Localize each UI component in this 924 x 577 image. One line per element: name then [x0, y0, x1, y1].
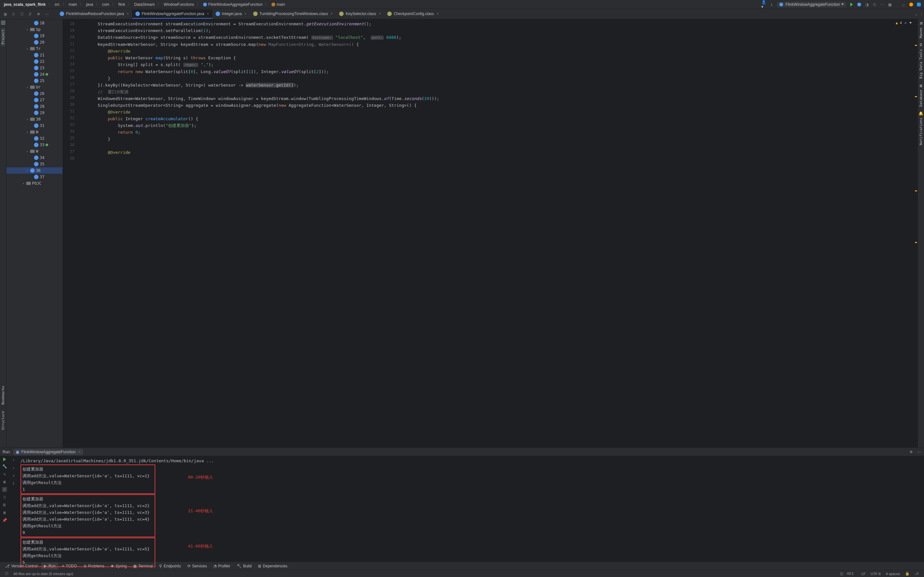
breadcrumb-src[interactable]: src: [53, 2, 61, 7]
tree-row[interactable]: 25: [6, 77, 63, 84]
code-area[interactable]: StreamExecutionEnvironment streamExecuti…: [78, 19, 918, 448]
tree-row[interactable]: 32: [6, 135, 63, 142]
console-output[interactable]: /Library/Java/JavaVirtualMachines/jdk1.8…: [18, 456, 924, 562]
project-tree[interactable]: 18▾Sp1920▾Tr2122232425▾Ur26272829▾3031▾W…: [6, 19, 63, 448]
tree-row[interactable]: 35: [6, 161, 63, 167]
tree-row[interactable]: 28: [6, 103, 63, 110]
debug-button[interactable]: [857, 2, 862, 7]
pin-icon[interactable]: 📌: [2, 518, 7, 523]
search-icon[interactable]: ⌕: [901, 2, 906, 7]
tree-row[interactable]: 23: [6, 65, 63, 71]
sidebar-notifications[interactable]: Notifications: [919, 116, 923, 147]
tree-row[interactable]: 29: [6, 110, 63, 116]
tree-row[interactable]: 21: [6, 52, 63, 58]
inspection-widget[interactable]: ▲ 4 ㅅ: [896, 21, 912, 25]
sidebar-bigdata[interactable]: Big Data Tools: [919, 47, 923, 81]
project-view-icon[interactable]: ▣: [3, 11, 8, 17]
run-settings-icon[interactable]: ✱: [909, 450, 914, 455]
run-button[interactable]: [849, 2, 854, 7]
bottom-tab-services[interactable]: ⟳Services: [185, 562, 210, 570]
wrap-icon[interactable]: ↲: [11, 473, 16, 478]
editor-tab[interactable]: FlinkWindowAggregateFunction.java×: [132, 10, 212, 19]
sidebar-project[interactable]: Project: [1, 27, 5, 46]
bottom-tab-build[interactable]: 🔨Build: [234, 562, 254, 570]
tree-row[interactable]: ▾36: [6, 167, 63, 174]
breadcrumb-windowfunctions[interactable]: WindowFunctions: [162, 2, 195, 7]
settings-icon[interactable]: ✱: [36, 11, 41, 17]
avatar-orange[interactable]: [909, 2, 914, 7]
wrench-icon[interactable]: 🔧: [2, 464, 7, 469]
breadcrumb-flink[interactable]: flink: [117, 2, 126, 7]
filter-icon[interactable]: ☷: [19, 11, 24, 17]
status-refresh-icon[interactable]: ☐: [3, 572, 11, 576]
breadcrumb-method[interactable]: main: [270, 2, 286, 7]
bottom-tab-dependencies[interactable]: ⊞Dependencies: [255, 562, 290, 570]
tree-row[interactable]: ▾Ur: [6, 84, 63, 90]
scroll-up-icon[interactable]: ↑: [11, 458, 16, 463]
select-opened-icon[interactable]: ⊙: [11, 11, 16, 17]
tree-row[interactable]: ▾Tr: [6, 45, 63, 52]
tree-row[interactable]: 24: [6, 71, 63, 77]
status-line-sep[interactable]: LF: [859, 572, 868, 576]
tree-row[interactable]: 18: [6, 20, 63, 26]
tree-row[interactable]: 22: [6, 58, 63, 65]
tree-row[interactable]: 19: [6, 33, 63, 39]
stop-button[interactable]: ◼: [887, 2, 893, 7]
close-icon[interactable]: ×: [244, 11, 247, 16]
tree-row[interactable]: ▾POJC: [6, 180, 63, 187]
filter-icon[interactable]: ⊟: [2, 487, 7, 492]
close-icon[interactable]: ×: [207, 11, 209, 16]
close-icon[interactable]: ×: [127, 11, 129, 16]
close-icon[interactable]: ×: [78, 450, 81, 454]
tree-row[interactable]: ▾W: [6, 148, 63, 155]
user-icon[interactable]: 👤▾: [761, 2, 766, 7]
sidebar-database[interactable]: Database: [919, 88, 923, 109]
trash-icon[interactable]: 🗑: [2, 502, 7, 508]
tabs-options[interactable]: ⋮: [919, 11, 924, 17]
close-icon[interactable]: ×: [437, 11, 439, 16]
layout-icon[interactable]: ▦: [2, 479, 7, 484]
attach-button[interactable]: ⋯: [880, 2, 885, 7]
bottom-tab-profiler[interactable]: ◔Profiler: [211, 562, 233, 570]
breadcrumb-java[interactable]: java: [85, 2, 94, 7]
database-icon[interactable]: ▤: [920, 83, 922, 88]
editor-tab[interactable]: FlinkWindowReduceFunction.java×: [57, 10, 132, 19]
sidebar-bookmarks[interactable]: Bookmarks: [1, 384, 5, 407]
lock-icon[interactable]: 🔒: [903, 572, 912, 576]
status-indent[interactable]: 4 spaces: [883, 572, 903, 576]
bigdata-icon[interactable]: D: [920, 43, 922, 47]
sidebar-structure[interactable]: Structure: [1, 409, 5, 432]
breadcrumb-class[interactable]: FlinkWindowAggregateFunction: [202, 2, 264, 7]
editor-tab[interactable]: KeySelector.class×: [336, 10, 384, 19]
editor-tab[interactable]: Integer.java×: [212, 10, 250, 19]
scroll-end-icon[interactable]: ⤓: [11, 480, 16, 486]
tree-row[interactable]: 27: [6, 97, 63, 103]
editor-tab[interactable]: TumblingProcessingTimeWindows.class×: [250, 10, 336, 19]
maven-icon[interactable]: m: [919, 21, 922, 26]
tree-row[interactable]: 26: [6, 90, 63, 97]
notifications-icon[interactable]: 🔔: [919, 111, 923, 116]
bottom-tab-endpoints[interactable]: ⚲Endpoints: [157, 562, 183, 570]
breadcrumb-main[interactable]: main: [67, 2, 78, 7]
run-hide-icon[interactable]: —: [916, 450, 921, 455]
avatar-blue[interactable]: [916, 2, 921, 7]
editor-tab[interactable]: CheckpointConfig.class×: [384, 10, 442, 19]
tree-row[interactable]: ▾Sp: [6, 26, 63, 33]
run-panel-tab[interactable]: ▣ FlinkWindowAggregateFunction ×: [13, 449, 83, 455]
close-icon[interactable]: ×: [379, 11, 381, 16]
tree-row[interactable]: 37: [6, 174, 63, 180]
grid-icon[interactable]: ▦: [2, 510, 7, 515]
sidebar-maven[interactable]: Maven: [919, 26, 923, 40]
editor[interactable]: 1819202122232425262728293031323334353637…: [63, 19, 918, 448]
breadcrumb-datastream[interactable]: DataStream: [133, 2, 156, 7]
breadcrumb-com[interactable]: com: [101, 2, 111, 7]
tabs-dropdown[interactable]: ⌄: [914, 11, 919, 17]
tree-row[interactable]: ▾W: [6, 129, 63, 135]
profile-button[interactable]: ⊙: [872, 2, 877, 7]
hide-icon[interactable]: —: [44, 11, 49, 17]
tree-row[interactable]: ▾30: [6, 116, 63, 122]
scroll-down-icon[interactable]: ↓: [11, 465, 16, 470]
print-icon[interactable]: ⎙: [2, 495, 7, 500]
status-encoding[interactable]: UTF-8: [868, 572, 883, 576]
breadcrumb-project[interactable]: java_scala_spark_flink: [3, 2, 47, 7]
